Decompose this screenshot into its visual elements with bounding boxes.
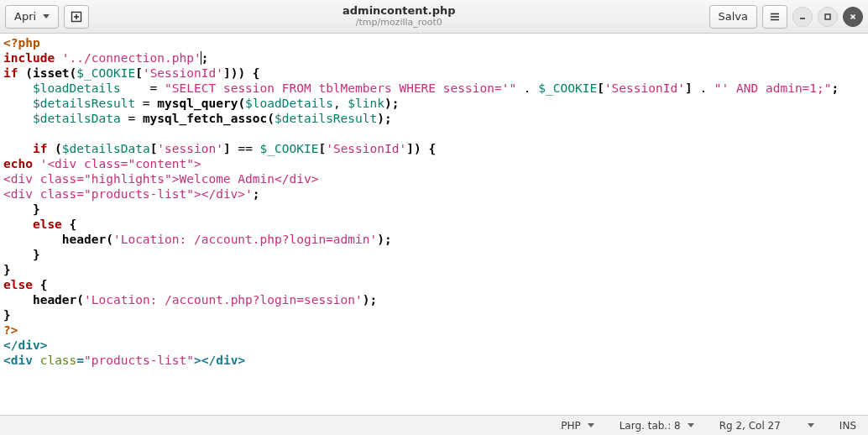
code-token: ?>	[3, 323, 18, 337]
code-token: "' AND admin=1;"	[714, 81, 832, 95]
chevron-down-icon	[43, 14, 50, 18]
code-token: (	[76, 293, 84, 307]
code-token: >	[238, 354, 245, 367]
code-token: '../connection.php'	[62, 51, 201, 65]
svg-rect-7	[825, 14, 830, 19]
code-token: }	[3, 202, 40, 216]
code-token: div	[11, 354, 33, 367]
save-button[interactable]: Salva	[709, 5, 758, 29]
code-token: <div class="highlights">Welcome Admin</d…	[3, 172, 318, 186]
status-insert-mode[interactable]: INS	[839, 420, 856, 432]
code-token: }	[3, 248, 40, 261]
code-token: ;	[832, 81, 839, 95]
code-token: 'SessionId'	[326, 142, 406, 155]
header-left: Apri	[5, 5, 89, 29]
code-token: ]	[685, 81, 693, 95]
open-button[interactable]: Apri	[5, 5, 59, 29]
code-token: (	[106, 233, 113, 246]
code-token: (	[238, 97, 245, 110]
code-token: 'SessionId'	[604, 81, 685, 95]
code-token: else	[3, 278, 33, 291]
code-token: mysql_query	[157, 97, 238, 110]
code-token: 'session'	[157, 142, 223, 155]
code-token: {	[62, 218, 76, 231]
hamburger-menu-button[interactable]	[762, 5, 787, 29]
status-cursor-label: Rg 2, Col 27	[719, 420, 781, 432]
code-token: =	[76, 354, 84, 367]
code-token	[33, 354, 40, 367]
code-token: );	[384, 97, 399, 110]
code-token: (	[267, 112, 275, 125]
code-token: =	[121, 81, 165, 95]
code-token: mysql_fetch_assoc	[143, 112, 267, 125]
code-token: $_COOKIE	[260, 142, 319, 155]
code-token: $_COOKIE	[538, 81, 597, 95]
code-token: (	[18, 66, 32, 80]
header-right: Salva	[709, 5, 864, 29]
code-token: .	[693, 81, 714, 95]
code-token: header	[3, 233, 106, 246]
code-token: echo	[3, 157, 33, 170]
code-token: $_COOKIE	[76, 66, 135, 80]
header-center: admincontent.php /tmp/mozilla_root0	[94, 5, 703, 29]
status-tabwidth[interactable]: Larg. tab.: 8	[620, 420, 694, 432]
code-token: include	[3, 51, 55, 65]
status-tabwidth-label: Larg. tab.: 8	[620, 420, 681, 432]
code-token: 'Location: /account.php?login=session'	[84, 293, 363, 307]
chevron-down-icon	[688, 423, 694, 427]
status-cursor: Rg 2, Col 27	[719, 420, 781, 432]
code-token: ;	[201, 51, 209, 65]
code-token: $detailsResult	[275, 112, 377, 125]
code-token: "products-list"	[84, 354, 194, 367]
code-token: <	[3, 354, 11, 367]
header-bar: Apri admincontent.php /tmp/mozilla_root0…	[0, 0, 868, 34]
code-token: $detailsData	[33, 112, 121, 125]
code-token: }	[3, 308, 11, 322]
new-tab-button[interactable]	[64, 5, 89, 29]
code-token: 'SessionId'	[143, 66, 223, 80]
code-token: ) {	[414, 142, 436, 155]
maximize-icon	[824, 13, 832, 21]
code-token: $loadDetails	[33, 81, 121, 95]
code-token: $detailsData	[62, 142, 150, 155]
code-editor[interactable]: <?php include '../connection.php'; if (i…	[0, 34, 868, 415]
close-button[interactable]	[843, 7, 863, 27]
code-token: }	[3, 263, 11, 276]
code-token: {	[33, 278, 47, 291]
save-label: Salva	[719, 10, 749, 23]
code-token: if	[3, 66, 18, 80]
code-token: isset	[33, 66, 70, 80]
code-token: =	[135, 97, 157, 110]
code-token: ]	[223, 142, 231, 155]
chevron-down-icon	[588, 423, 594, 427]
code-token: else	[3, 218, 62, 231]
code-token: >	[194, 354, 201, 367]
code-token: <div class="products-list"></div>'	[3, 187, 253, 201]
minimize-icon	[798, 13, 807, 21]
status-mode-label: INS	[839, 420, 856, 432]
code-token: </	[201, 354, 216, 367]
code-token: [	[318, 142, 326, 155]
code-token: $loadDetails	[245, 97, 333, 110]
open-label: Apri	[14, 10, 36, 23]
code-token: $link	[348, 97, 384, 110]
close-icon	[849, 13, 857, 21]
code-token: =	[121, 112, 143, 125]
code-token: );	[377, 112, 391, 125]
window-subtitle: /tmp/mozilla_root0	[356, 18, 442, 29]
status-more[interactable]	[806, 423, 814, 427]
status-language-label: PHP	[561, 420, 581, 432]
code-token: <?php	[3, 36, 40, 50]
maximize-button[interactable]	[818, 7, 838, 27]
code-token: .	[516, 81, 538, 95]
code-token: ]	[406, 142, 414, 155]
status-language[interactable]: PHP	[561, 420, 594, 432]
code-token: if	[33, 142, 47, 155]
minimize-button[interactable]	[792, 7, 813, 27]
code-token: [	[597, 81, 604, 95]
code-token: header	[3, 293, 76, 307]
code-token: );	[363, 293, 377, 307]
code-token: class	[40, 354, 77, 367]
code-token: (	[47, 142, 61, 155]
code-token: '<div class="content">	[40, 157, 201, 170]
